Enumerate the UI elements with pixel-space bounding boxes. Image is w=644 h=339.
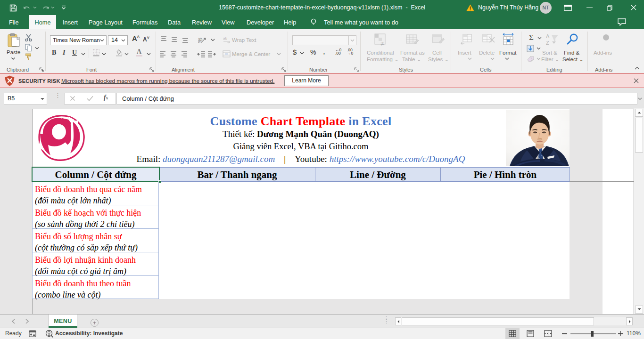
svg-text:≠: ≠: [380, 40, 384, 47]
svg-text:Z: Z: [546, 40, 549, 46]
svg-text:ab: ab: [223, 36, 227, 40]
svg-text:A: A: [546, 33, 550, 39]
